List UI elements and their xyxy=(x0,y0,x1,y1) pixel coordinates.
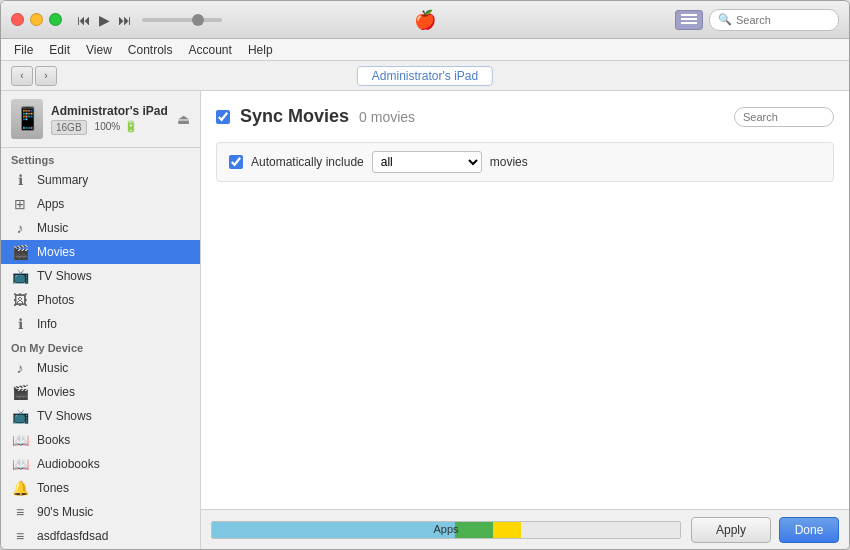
sidebar-item-apps[interactable]: ⊞ Apps xyxy=(1,192,200,216)
eject-icon[interactable]: ⏏ xyxy=(177,111,190,127)
sidebar-item-music[interactable]: ♪ Music xyxy=(1,216,200,240)
d-movies-icon: 🎬 xyxy=(11,384,29,400)
battery-indicator: 100% xyxy=(95,121,121,132)
sidebar-item-d-music[interactable]: ♪ Music xyxy=(1,356,200,380)
storage-label: Apps xyxy=(433,523,458,535)
sidebar-item-d-audiobooks[interactable]: 📖 Audiobooks xyxy=(1,452,200,476)
info-icon: ℹ xyxy=(11,316,29,332)
bottom-bar: Apps Apply Done xyxy=(201,509,849,549)
close-button[interactable] xyxy=(11,13,24,26)
play-button[interactable]: ▶ xyxy=(99,12,110,28)
sidebar-item-tvshows[interactable]: 📺 TV Shows xyxy=(1,264,200,288)
sync-header: Sync Movies 0 movies xyxy=(216,106,834,127)
sidebar-item-d-movies[interactable]: 🎬 Movies xyxy=(1,380,200,404)
menu-file[interactable]: File xyxy=(6,43,41,57)
sidebar-item-d-asdfdas[interactable]: ≡ asdfdasfdsad xyxy=(1,524,200,548)
list-view-button[interactable] xyxy=(675,10,703,30)
device-icon: 📱 xyxy=(11,99,43,139)
search-movies-input[interactable] xyxy=(734,107,834,127)
progress-thumb xyxy=(192,14,204,26)
sidebar-item-label: asdfdasfdsad xyxy=(37,529,108,543)
sidebar-item-info[interactable]: ℹ Info xyxy=(1,312,200,336)
sidebar-item-d-tvshows[interactable]: 📺 TV Shows xyxy=(1,404,200,428)
auto-include-select[interactable]: all 1 most recent 2 most recent 3 most r… xyxy=(372,151,482,173)
sidebar-item-label: Info xyxy=(37,317,57,331)
d-tvshows-icon: 📺 xyxy=(11,408,29,424)
storage-segment-music xyxy=(455,522,492,538)
next-button[interactable]: ⏭ xyxy=(118,12,132,28)
battery-icon: 🔋 xyxy=(124,120,138,133)
device-details: Administrator's iPad 16GB 100% 🔋 xyxy=(51,104,168,135)
title-bar: ⏮ ▶ ⏭ 🍎 🔍 xyxy=(1,1,849,39)
svg-rect-2 xyxy=(681,22,697,24)
apple-logo: 🍎 xyxy=(414,9,436,31)
on-my-device-label: On My Device xyxy=(1,336,200,356)
sidebar-item-label: Audiobooks xyxy=(37,457,100,471)
sidebar-item-label: Movies xyxy=(37,385,75,399)
tvshows-icon: 📺 xyxy=(11,268,29,284)
auto-include-label: Automatically include xyxy=(251,155,364,169)
sidebar-item-label: Movies xyxy=(37,245,75,259)
itunes-window: ⏮ ▶ ⏭ 🍎 🔍 File Edit xyxy=(0,0,850,550)
sidebar-item-label: Summary xyxy=(37,173,88,187)
sidebar-item-d-books[interactable]: 📖 Books xyxy=(1,428,200,452)
sync-title: Sync Movies xyxy=(240,106,349,127)
sidebar-item-label: Apps xyxy=(37,197,64,211)
window-controls xyxy=(11,13,62,26)
sync-checkbox[interactable] xyxy=(216,110,230,124)
sidebar-item-label: Books xyxy=(37,433,70,447)
maximize-button[interactable] xyxy=(49,13,62,26)
menu-edit[interactable]: Edit xyxy=(41,43,78,57)
main-area: 📱 Administrator's iPad 16GB 100% 🔋 ⏏ Set… xyxy=(1,91,849,549)
menu-view[interactable]: View xyxy=(78,43,120,57)
sidebar-item-d-newplaylist1[interactable]: ≡ New Playlist xyxy=(1,548,200,549)
list-icon xyxy=(681,13,697,27)
menu-account[interactable]: Account xyxy=(181,43,240,57)
device-capacity: 16GB xyxy=(51,120,87,135)
sidebar-item-label: 90's Music xyxy=(37,505,93,519)
view-toggle: 🔍 xyxy=(675,9,839,31)
progress-bar-area[interactable] xyxy=(142,18,222,22)
done-button[interactable]: Done xyxy=(779,517,839,543)
sidebar-item-label: TV Shows xyxy=(37,269,92,283)
apply-button[interactable]: Apply xyxy=(691,517,771,543)
device-name: Administrator's iPad xyxy=(51,104,168,118)
search-icon: 🔍 xyxy=(718,13,732,26)
d-90smusic-icon: ≡ xyxy=(11,504,29,520)
forward-button[interactable]: › xyxy=(35,66,57,86)
progress-track xyxy=(142,18,222,22)
svg-rect-1 xyxy=(681,18,697,20)
search-box[interactable]: 🔍 xyxy=(709,9,839,31)
storage-segment-other xyxy=(493,522,521,538)
prev-button[interactable]: ⏮ xyxy=(77,12,91,28)
sidebar-item-summary[interactable]: ℹ Summary xyxy=(1,168,200,192)
menu-help[interactable]: Help xyxy=(240,43,281,57)
back-button[interactable]: ‹ xyxy=(11,66,33,86)
sidebar-item-label: TV Shows xyxy=(37,409,92,423)
nav-bar: ‹ › Administrator's iPad xyxy=(1,61,849,91)
music-icon: ♪ xyxy=(11,220,29,236)
minimize-button[interactable] xyxy=(30,13,43,26)
device-tab[interactable]: Administrator's iPad xyxy=(357,66,493,86)
search-input[interactable] xyxy=(736,14,836,26)
playback-controls: ⏮ ▶ ⏭ xyxy=(77,12,132,28)
auto-include-checkbox[interactable] xyxy=(229,155,243,169)
nav-arrows: ‹ › xyxy=(11,66,57,86)
d-tones-icon: 🔔 xyxy=(11,480,29,496)
sidebar-item-label: Photos xyxy=(37,293,74,307)
sidebar-item-d-90smusic[interactable]: ≡ 90's Music xyxy=(1,500,200,524)
sidebar-item-label: Tones xyxy=(37,481,69,495)
svg-rect-0 xyxy=(681,14,697,16)
summary-icon: ℹ xyxy=(11,172,29,188)
menu-controls[interactable]: Controls xyxy=(120,43,181,57)
d-audiobooks-icon: 📖 xyxy=(11,456,29,472)
d-books-icon: 📖 xyxy=(11,432,29,448)
storage-segment-free xyxy=(521,522,680,538)
sidebar-item-d-tones[interactable]: 🔔 Tones xyxy=(1,476,200,500)
sidebar-item-photos[interactable]: 🖼 Photos xyxy=(1,288,200,312)
sync-count: 0 movies xyxy=(359,109,415,125)
sidebar-item-movies[interactable]: 🎬 Movies xyxy=(1,240,200,264)
content-area: Sync Movies 0 movies Automatically inclu… xyxy=(201,91,849,549)
movies-icon: 🎬 xyxy=(11,244,29,260)
auto-suffix: movies xyxy=(490,155,528,169)
